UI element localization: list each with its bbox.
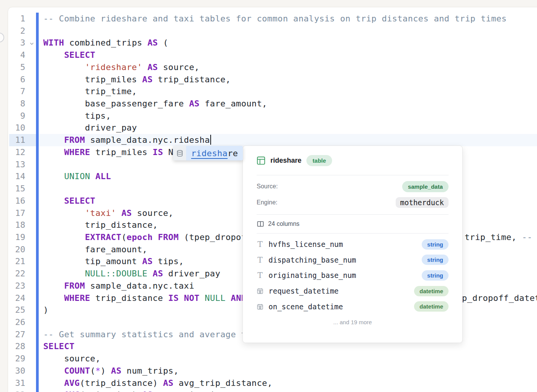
code-token: ( — [158, 38, 168, 47]
info-row: Source:sample_data — [257, 178, 449, 194]
code-line[interactable]: 10 driver_pay — [0, 122, 537, 134]
line-number[interactable]: 21 — [0, 255, 25, 268]
code-token — [153, 232, 158, 242]
line-number[interactable]: 31 — [0, 377, 25, 389]
code-line[interactable]: 9 tips, — [0, 110, 537, 122]
code-token: FROM — [64, 281, 85, 291]
line-number[interactable]: 10 — [0, 122, 25, 134]
text-cursor — [210, 135, 211, 145]
line-number[interactable]: 6 — [0, 74, 25, 86]
code-token — [43, 135, 64, 145]
code-line[interactable]: 29 source, — [0, 353, 537, 365]
line-number[interactable]: 12 — [0, 146, 25, 158]
line-number[interactable]: 17 — [0, 207, 25, 219]
code-token — [43, 366, 64, 376]
code-line[interactable]: 5 'rideshare' AS source, — [0, 61, 537, 74]
code-token: trip_miles — [43, 75, 142, 84]
code-token: trip_distance, — [153, 75, 231, 84]
column-type-badge: datetime — [414, 301, 449, 312]
fold-chevron-down-icon[interactable] — [28, 37, 36, 49]
code-line[interactable]: 4 SELECT — [0, 49, 537, 61]
line-number[interactable]: 1 — [0, 13, 25, 25]
code-token — [179, 293, 184, 303]
code-token: AS — [142, 75, 152, 84]
code-line[interactable]: 8 base_passenger_fare AS fare_amount, — [0, 98, 537, 110]
code-token: WHERE — [64, 293, 90, 303]
column-type-badge: string — [422, 239, 449, 250]
line-number[interactable]: 30 — [0, 365, 25, 377]
line-number[interactable]: 4 — [0, 49, 25, 61]
code-token — [226, 293, 231, 303]
line-number[interactable]: 9 — [0, 110, 25, 122]
column-info: request_datetime — [257, 287, 339, 295]
code-token: driver_pay — [43, 123, 137, 132]
code-token: sample_data.nyc.ridesha — [85, 135, 210, 145]
code-token: sample_data.nyc.taxi — [85, 281, 195, 291]
line-number[interactable]: 7 — [0, 85, 25, 98]
line-number[interactable]: 22 — [0, 268, 25, 280]
line-number[interactable]: 29 — [0, 353, 25, 365]
code-token: base_passenger_fare — [43, 99, 189, 108]
code-line[interactable]: 30 COUNT(*) AS num_trips, — [0, 365, 537, 377]
line-number[interactable]: 13 — [0, 158, 25, 171]
line-number[interactable]: 24 — [0, 292, 25, 304]
code-token: AS — [163, 378, 174, 388]
info-row: Engine:motherduck — [257, 194, 449, 211]
code-token: source, — [43, 354, 101, 363]
code-token: FROM — [158, 232, 178, 242]
line-number[interactable]: 16 — [0, 195, 25, 207]
line-number[interactable]: 2 — [0, 25, 25, 37]
code-token: trip_miles — [90, 147, 152, 157]
info-value-badge: motherduck — [396, 197, 449, 208]
line-number[interactable]: 8 — [0, 98, 25, 110]
code-token: SELECT — [64, 50, 95, 60]
code-token: trip_distance, — [43, 220, 158, 230]
code-token: 'rideshare' — [85, 62, 142, 72]
autocomplete-matched-text: ridesha — [191, 149, 228, 158]
line-number[interactable]: 32 — [0, 389, 25, 392]
info-label: Engine: — [257, 199, 277, 206]
code-line[interactable]: 7 trip_time, — [0, 85, 537, 98]
text-type-icon: T — [257, 271, 264, 279]
line-number[interactable]: 23 — [0, 280, 25, 292]
code-text: FROM sample_data.nyc.ridesha — [0, 134, 537, 146]
line-number[interactable]: 27 — [0, 328, 25, 341]
line-number[interactable]: 25 — [0, 304, 25, 316]
line-number[interactable]: 18 — [0, 219, 25, 231]
changed-lines-gutter-bar — [36, 13, 39, 392]
code-token — [200, 293, 205, 303]
autocomplete-item-rideshare[interactable]: rideshare — [186, 146, 243, 160]
code-token: AS — [142, 390, 152, 392]
line-number[interactable]: 14 — [0, 170, 25, 183]
code-token: trip_time, — [43, 87, 137, 96]
line-number[interactable]: 26 — [0, 316, 25, 328]
column-info: on_scene_datetime — [257, 302, 343, 311]
column-info: Tdispatching_base_num — [257, 256, 356, 264]
code-line[interactable]: 11 FROM sample_data.nyc.ridesha — [0, 134, 537, 146]
code-line[interactable]: 31 AVG(trip_distance) AS avg_trip_distan… — [0, 377, 537, 389]
code-line[interactable]: 3WITH combined_trips AS ( — [0, 37, 537, 49]
line-number[interactable]: 19 — [0, 231, 25, 243]
column-name: originating_base_num — [268, 271, 356, 279]
line-number[interactable]: 11 — [0, 134, 25, 146]
code-token — [90, 172, 95, 181]
column-name: hvfhs_license_num — [268, 240, 343, 248]
code-token: p_dropoff_datet — [462, 293, 537, 303]
column-row: Toriginating_base_numstring — [257, 268, 449, 283]
code-token: AS — [121, 208, 132, 218]
text-type-icon: T — [257, 256, 264, 264]
line-number[interactable]: 20 — [0, 243, 25, 256]
code-line[interactable]: 6 trip_miles AS trip_distance, — [0, 74, 537, 86]
autocomplete-dropdown[interactable]: rideshare — [173, 146, 243, 160]
line-number[interactable]: 15 — [0, 183, 25, 195]
code-line[interactable]: 32 AVG(trip_time) AS avg_trip_time, — [0, 389, 537, 392]
line-number[interactable]: 28 — [0, 340, 25, 353]
code-token: ) — [43, 305, 49, 315]
code-token — [147, 269, 153, 278]
code-token: trip_distance — [90, 293, 168, 303]
code-token: -- — [522, 232, 532, 242]
code-token: FROM — [64, 135, 85, 145]
code-line[interactable]: 2 — [0, 25, 537, 37]
line-number[interactable]: 5 — [0, 61, 25, 74]
code-line[interactable]: 1-- Combine rideshare and taxi tables fo… — [0, 13, 537, 25]
